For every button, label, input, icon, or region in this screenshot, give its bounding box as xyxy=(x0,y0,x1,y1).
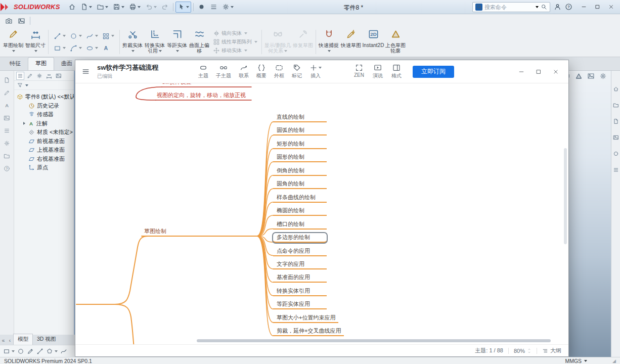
select-button[interactable] xyxy=(175,2,191,13)
instant2d-button[interactable]: 2DInstant2D xyxy=(362,27,384,57)
close-window-button[interactable] xyxy=(549,66,562,78)
units-selector[interactable]: MMGS xyxy=(565,358,587,364)
ellipse-tool-button[interactable] xyxy=(85,42,99,54)
trim-entities-button[interactable]: 剪裁实体 xyxy=(121,27,144,57)
sketch-button[interactable]: 草图绘制 xyxy=(2,27,24,57)
help-button[interactable]: ? xyxy=(565,3,572,11)
topic[interactable]: 转换实体引用 xyxy=(273,287,327,296)
tab-nav-1[interactable]: « xyxy=(0,338,7,345)
topic[interactable]: 文字的应用 xyxy=(273,260,327,269)
topic[interactable]: 矩形的绘制 xyxy=(273,140,327,149)
expand-arrow[interactable] xyxy=(23,122,25,125)
vertical-scrollbar[interactable] xyxy=(564,148,567,244)
configurationmanager-tab[interactable] xyxy=(36,72,43,79)
line-tool-button[interactable] xyxy=(36,348,43,355)
smart-dimension-button[interactable]: 智能尺寸 xyxy=(24,27,47,57)
options-button[interactable] xyxy=(220,2,236,13)
topic[interactable]: 圆弧的绘制 xyxy=(273,126,327,135)
move-entities-button[interactable]: 移动实体 xyxy=(213,47,257,54)
spline-tool-button[interactable] xyxy=(60,348,67,355)
view-tab-2[interactable]: 3D 视图 xyxy=(33,334,60,345)
tree-item[interactable]: 历史记录 xyxy=(14,102,74,111)
redo-button[interactable] xyxy=(159,2,171,13)
topic[interactable]: 圆角的绘制 xyxy=(273,179,327,189)
rapid-sketch-button[interactable]: 快速草图 xyxy=(340,27,362,57)
quick-snaps-button[interactable]: 快速捕捉 xyxy=(318,27,340,57)
selected-topic[interactable]: 多边形的绘制 xyxy=(273,233,327,243)
topic[interactable]: 倒角的绘制 xyxy=(273,166,327,176)
topic[interactable]: 视图的定向，旋转，移动，缩放正视 xyxy=(157,92,246,99)
filter-dropdown-icon[interactable] xyxy=(25,84,28,86)
mindmap-canvas[interactable]: sw软件设置视图的定向，旋转，移动，缩放正视草图绘制直线的绘制圆弧的绘制矩形的绘… xyxy=(75,83,568,344)
displaymanager-tab[interactable] xyxy=(55,72,62,79)
presentation-button[interactable]: 演说 xyxy=(373,64,383,79)
topic[interactable]: 槽口的绘制 xyxy=(273,220,327,230)
topic[interactable]: 样条曲线的绘制 xyxy=(273,193,327,203)
search-dropdown-icon[interactable] xyxy=(536,6,539,8)
mirror-entities-button[interactable]: 镜向实体 xyxy=(213,30,257,37)
shaded-sketch-contours-button[interactable]: 上色草图轮廓 xyxy=(384,27,407,57)
zoom-control[interactable]: 80% xyxy=(514,348,532,354)
relationship-button[interactable]: 联系 xyxy=(239,64,249,79)
circle-tool-button[interactable] xyxy=(69,30,83,42)
maximize-button[interactable] xyxy=(591,1,604,13)
subscribe-button[interactable]: 立即订阅 xyxy=(413,66,454,78)
offset-entities-button[interactable]: 等距实体 xyxy=(166,27,188,57)
branch-topic[interactable]: 草图绘制 xyxy=(144,228,166,235)
featuremanager-tab[interactable] xyxy=(17,72,24,79)
subtopic-button[interactable]: 子主题 xyxy=(216,64,231,79)
custom-properties-tab[interactable] xyxy=(613,166,619,175)
close-button[interactable] xyxy=(604,1,618,13)
topic[interactable]: 基准面的应用 xyxy=(273,273,327,283)
insert-button[interactable]: 插入 xyxy=(309,64,322,79)
solidworks-resources-tab[interactable] xyxy=(613,85,619,94)
topic[interactable]: 草图大小+位置约束应用 xyxy=(273,313,338,323)
minimize-button[interactable] xyxy=(577,1,591,13)
arc-tool-button[interactable] xyxy=(69,42,83,54)
topic[interactable]: sw软件设置 xyxy=(162,83,191,86)
side-tool-1[interactable] xyxy=(4,77,10,83)
propertymanager-tab[interactable] xyxy=(26,72,33,79)
search-input[interactable] xyxy=(484,4,533,10)
tree-item[interactable]: 传感器 xyxy=(14,110,74,119)
hide-show-items-button[interactable] xyxy=(587,72,595,82)
sketch-picture-button[interactable] xyxy=(3,15,15,26)
display-delete-relations-button[interactable]: 显示/删除几何关系 xyxy=(263,27,292,57)
tree-filter[interactable] xyxy=(14,81,74,90)
tree-item[interactable]: 右视基准面 xyxy=(14,155,74,164)
insert-picture-button[interactable] xyxy=(16,15,27,26)
format-panel-button[interactable]: 格式 xyxy=(391,64,402,79)
command-list-button[interactable] xyxy=(208,2,219,13)
linear-sketch-pattern-button[interactable]: 线性草图阵列 xyxy=(213,38,257,46)
topic[interactable]: 剪裁，延伸+交叉曲线应用 xyxy=(273,327,344,336)
repair-sketch-button[interactable]: 修复草图 xyxy=(292,27,314,57)
circle-tool-button[interactable] xyxy=(17,348,24,355)
polygon-tool-button[interactable] xyxy=(46,348,58,355)
new-document-button[interactable] xyxy=(78,2,94,13)
tab-sketch[interactable]: 草图 xyxy=(28,57,54,70)
zen-mode-button[interactable]: ZEN xyxy=(354,64,364,79)
rectangle-tool-button[interactable] xyxy=(3,348,15,355)
topic[interactable]: 椭圆的绘制 xyxy=(273,206,327,216)
tree-item[interactable]: 上视基准面 xyxy=(14,146,74,155)
surface-offset-button[interactable]: 曲面上偏移 xyxy=(188,27,210,57)
convert-entities-button[interactable]: 转换实体引用 xyxy=(144,27,166,57)
topic[interactable]: 直线的绘制 xyxy=(273,113,327,122)
text-tool-button[interactable]: A xyxy=(101,42,115,54)
side-tool-8[interactable]: ? xyxy=(4,165,10,172)
tree-item[interactable]: 原点 xyxy=(14,163,74,172)
topic[interactable]: 点命令的应用 xyxy=(273,247,327,256)
maximize-window-button[interactable] xyxy=(532,66,545,78)
minimize-window-button[interactable] xyxy=(515,66,528,78)
print-button[interactable] xyxy=(127,2,143,13)
appearances-tab[interactable] xyxy=(613,150,619,159)
topic[interactable]: 圆形的绘制 xyxy=(273,153,327,162)
summary-button[interactable]: 概要 xyxy=(256,64,267,79)
outline-button[interactable]: 大纲 xyxy=(542,347,561,354)
side-tool-2[interactable] xyxy=(4,89,10,96)
command-search[interactable] xyxy=(472,2,550,12)
tab-nav-2[interactable]: ‹ xyxy=(7,338,13,345)
rebuild-button[interactable] xyxy=(196,2,207,13)
display-style-button[interactable] xyxy=(575,72,583,82)
view-tab-1[interactable]: 模型 xyxy=(13,334,33,345)
